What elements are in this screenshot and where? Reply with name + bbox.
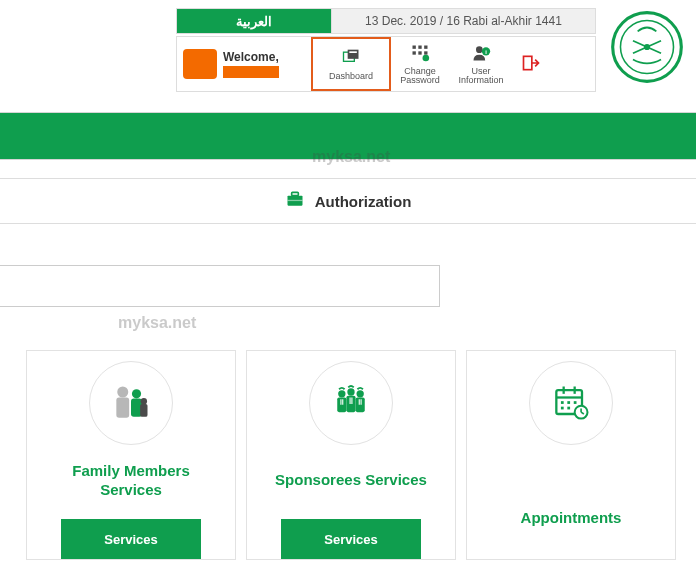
svg-point-22 [117, 387, 128, 398]
svg-point-32 [357, 390, 364, 397]
family-services-button[interactable]: Services [61, 519, 201, 559]
watermark: myksa.net [118, 314, 196, 332]
welcome-text: Welcome, [223, 50, 279, 64]
card-family-members: Family Members Services Services [26, 350, 236, 560]
svg-rect-21 [287, 200, 302, 201]
svg-rect-9 [418, 46, 421, 49]
card-sponsorees-title: Sponsorees Services [275, 459, 427, 501]
svg-rect-13 [424, 51, 427, 54]
watermark: myksa.net [312, 148, 390, 166]
card-appointments: Appointments [466, 350, 676, 560]
tab-authorization[interactable]: Authorization [0, 178, 696, 224]
family-icon [89, 361, 173, 445]
service-cards: Family Members Services Services [26, 350, 680, 560]
svg-rect-27 [140, 404, 147, 417]
svg-rect-10 [424, 46, 427, 49]
dashboard-icon [341, 48, 361, 70]
nav-user-information-label: User Information [458, 67, 503, 85]
saudi-emblem-icon [608, 8, 686, 86]
svg-point-30 [347, 388, 354, 395]
svg-rect-29 [337, 398, 346, 413]
top-bar: العربية 13 Dec. 2019 / 16 Rabi al-Akhir … [176, 8, 596, 34]
svg-point-26 [141, 398, 147, 404]
authorization-label: Authorization [315, 193, 412, 210]
search-box[interactable] [0, 265, 440, 307]
svg-rect-45 [567, 401, 570, 404]
svg-point-28 [338, 390, 345, 397]
svg-point-14 [423, 55, 430, 62]
user-info-icon: i [471, 43, 491, 65]
briefcase-icon [285, 189, 305, 213]
svg-point-24 [132, 389, 141, 398]
card-appointments-title: Appointments [521, 497, 622, 539]
nav-dashboard[interactable]: Dashboard [311, 37, 391, 91]
nav-change-password[interactable]: Change Password [391, 37, 449, 91]
svg-rect-6 [348, 49, 359, 58]
nav-change-password-label: Change Password [400, 67, 440, 85]
language-toggle[interactable]: العربية [177, 9, 331, 33]
calendar-icon [529, 361, 613, 445]
svg-rect-12 [418, 51, 421, 54]
keypad-icon [410, 43, 430, 65]
svg-rect-48 [567, 407, 570, 410]
logout-icon [521, 53, 541, 75]
nav-bar: Welcome, Dashboard Change Password [176, 36, 596, 92]
svg-rect-47 [561, 407, 564, 410]
svg-rect-31 [346, 396, 355, 413]
svg-rect-18 [524, 56, 532, 69]
card-family-title: Family Members Services [72, 459, 190, 501]
nav-dashboard-label: Dashboard [329, 72, 373, 81]
date-display: 13 Dec. 2019 / 16 Rabi al-Akhir 1441 [331, 9, 595, 33]
svg-point-4 [644, 44, 650, 50]
sponsorees-services-button[interactable]: Services [281, 519, 421, 559]
nav-logout[interactable] [513, 37, 549, 91]
svg-rect-33 [356, 398, 365, 413]
svg-rect-11 [413, 51, 416, 54]
svg-point-15 [476, 46, 483, 53]
username-redacted [223, 66, 279, 78]
workers-icon [309, 361, 393, 445]
card-sponsorees: Sponsorees Services Services [246, 350, 456, 560]
svg-rect-46 [574, 401, 577, 404]
svg-rect-20 [291, 192, 298, 195]
svg-rect-7 [349, 51, 357, 53]
svg-rect-44 [561, 401, 564, 404]
svg-rect-23 [116, 398, 129, 418]
avatar [183, 49, 217, 79]
svg-rect-8 [413, 46, 416, 49]
user-box: Welcome, [177, 37, 311, 91]
nav-user-information[interactable]: i User Information [449, 37, 513, 91]
